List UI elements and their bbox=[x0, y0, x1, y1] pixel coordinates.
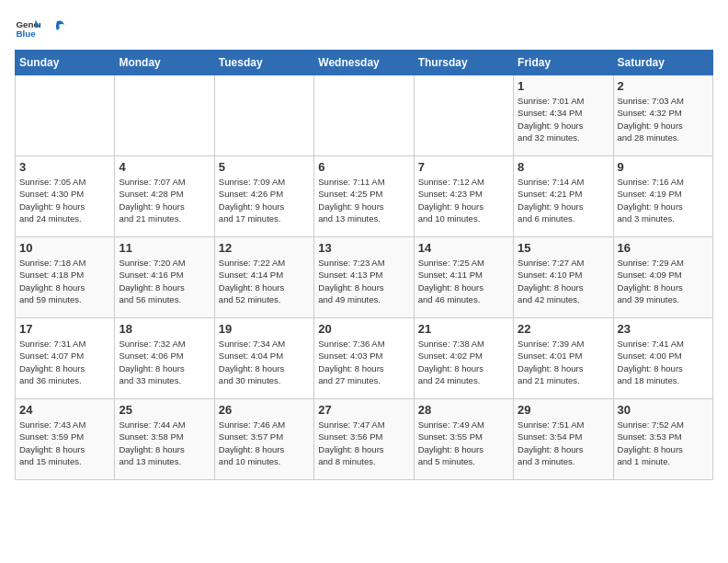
header: General Blue bbox=[15, 15, 713, 40]
col-header-tuesday: Tuesday bbox=[214, 51, 313, 75]
day-cell: 30Sunrise: 7:52 AM Sunset: 3:53 PM Dayli… bbox=[613, 399, 712, 480]
day-detail: Sunrise: 7:27 AM Sunset: 4:10 PM Dayligh… bbox=[518, 257, 609, 305]
week-row-3: 10Sunrise: 7:18 AM Sunset: 4:18 PM Dayli… bbox=[16, 237, 713, 318]
day-cell: 18Sunrise: 7:32 AM Sunset: 4:06 PM Dayli… bbox=[115, 318, 214, 399]
day-cell: 12Sunrise: 7:22 AM Sunset: 4:14 PM Dayli… bbox=[214, 237, 313, 318]
week-row-5: 24Sunrise: 7:43 AM Sunset: 3:59 PM Dayli… bbox=[16, 399, 713, 480]
day-number: 26 bbox=[219, 403, 310, 417]
day-cell bbox=[16, 75, 115, 156]
day-detail: Sunrise: 7:47 AM Sunset: 3:56 PM Dayligh… bbox=[318, 419, 409, 467]
day-cell: 23Sunrise: 7:41 AM Sunset: 4:00 PM Dayli… bbox=[613, 318, 712, 399]
day-detail: Sunrise: 7:23 AM Sunset: 4:13 PM Dayligh… bbox=[318, 257, 409, 305]
day-number: 10 bbox=[19, 241, 110, 255]
day-number: 21 bbox=[418, 322, 509, 336]
day-cell: 20Sunrise: 7:36 AM Sunset: 4:03 PM Dayli… bbox=[314, 318, 414, 399]
day-number: 4 bbox=[119, 160, 210, 174]
day-cell: 14Sunrise: 7:25 AM Sunset: 4:11 PM Dayli… bbox=[414, 237, 513, 318]
day-detail: Sunrise: 7:32 AM Sunset: 4:06 PM Dayligh… bbox=[119, 338, 210, 386]
day-detail: Sunrise: 7:01 AM Sunset: 4:34 PM Dayligh… bbox=[518, 95, 609, 144]
day-cell: 3Sunrise: 7:05 AM Sunset: 4:30 PM Daylig… bbox=[16, 156, 115, 237]
day-cell: 10Sunrise: 7:18 AM Sunset: 4:18 PM Dayli… bbox=[16, 237, 115, 318]
day-number: 9 bbox=[618, 160, 709, 174]
day-detail: Sunrise: 7:46 AM Sunset: 3:57 PM Dayligh… bbox=[219, 419, 310, 467]
day-detail: Sunrise: 7:36 AM Sunset: 4:03 PM Dayligh… bbox=[318, 338, 409, 386]
day-cell: 27Sunrise: 7:47 AM Sunset: 3:56 PM Dayli… bbox=[314, 399, 414, 480]
day-number: 24 bbox=[19, 403, 110, 417]
day-number: 30 bbox=[618, 403, 709, 417]
day-detail: Sunrise: 7:38 AM Sunset: 4:02 PM Dayligh… bbox=[418, 338, 509, 386]
week-row-4: 17Sunrise: 7:31 AM Sunset: 4:07 PM Dayli… bbox=[16, 318, 713, 399]
logo-bird-icon bbox=[46, 17, 66, 38]
col-header-sunday: Sunday bbox=[16, 51, 115, 75]
col-header-wednesday: Wednesday bbox=[314, 51, 414, 75]
day-cell bbox=[115, 75, 214, 156]
day-number: 8 bbox=[518, 160, 609, 174]
day-cell: 1Sunrise: 7:01 AM Sunset: 4:34 PM Daylig… bbox=[514, 75, 613, 156]
day-cell: 11Sunrise: 7:20 AM Sunset: 4:16 PM Dayli… bbox=[115, 237, 214, 318]
day-detail: Sunrise: 7:09 AM Sunset: 4:26 PM Dayligh… bbox=[219, 176, 310, 224]
day-cell: 2Sunrise: 7:03 AM Sunset: 4:32 PM Daylig… bbox=[613, 75, 712, 156]
day-cell: 28Sunrise: 7:49 AM Sunset: 3:55 PM Dayli… bbox=[414, 399, 513, 480]
day-detail: Sunrise: 7:43 AM Sunset: 3:59 PM Dayligh… bbox=[19, 419, 110, 467]
day-detail: Sunrise: 7:34 AM Sunset: 4:04 PM Dayligh… bbox=[219, 338, 310, 386]
week-row-2: 3Sunrise: 7:05 AM Sunset: 4:30 PM Daylig… bbox=[16, 156, 713, 237]
day-cell: 29Sunrise: 7:51 AM Sunset: 3:54 PM Dayli… bbox=[514, 399, 613, 480]
header-row: SundayMondayTuesdayWednesdayThursdayFrid… bbox=[16, 51, 713, 75]
day-detail: Sunrise: 7:29 AM Sunset: 4:09 PM Dayligh… bbox=[618, 257, 709, 305]
day-cell: 15Sunrise: 7:27 AM Sunset: 4:10 PM Dayli… bbox=[514, 237, 613, 318]
day-detail: Sunrise: 7:44 AM Sunset: 3:58 PM Dayligh… bbox=[119, 419, 210, 467]
day-number: 27 bbox=[318, 403, 409, 417]
day-number: 1 bbox=[518, 79, 609, 93]
day-detail: Sunrise: 7:11 AM Sunset: 4:25 PM Dayligh… bbox=[318, 176, 409, 224]
svg-text:Blue: Blue bbox=[16, 29, 36, 39]
day-number: 14 bbox=[418, 241, 509, 255]
day-detail: Sunrise: 7:49 AM Sunset: 3:55 PM Dayligh… bbox=[418, 419, 509, 467]
day-detail: Sunrise: 7:18 AM Sunset: 4:18 PM Dayligh… bbox=[19, 257, 110, 305]
day-cell: 7Sunrise: 7:12 AM Sunset: 4:23 PM Daylig… bbox=[414, 156, 513, 237]
day-cell: 25Sunrise: 7:44 AM Sunset: 3:58 PM Dayli… bbox=[115, 399, 214, 480]
day-cell bbox=[314, 75, 414, 156]
day-number: 20 bbox=[318, 322, 409, 336]
day-number: 22 bbox=[518, 322, 609, 336]
day-cell bbox=[214, 75, 313, 156]
day-cell bbox=[414, 75, 513, 156]
day-cell: 26Sunrise: 7:46 AM Sunset: 3:57 PM Dayli… bbox=[214, 399, 313, 480]
day-cell: 8Sunrise: 7:14 AM Sunset: 4:21 PM Daylig… bbox=[514, 156, 613, 237]
day-number: 17 bbox=[19, 322, 110, 336]
day-cell: 16Sunrise: 7:29 AM Sunset: 4:09 PM Dayli… bbox=[613, 237, 712, 318]
day-detail: Sunrise: 7:39 AM Sunset: 4:01 PM Dayligh… bbox=[518, 338, 609, 386]
day-detail: Sunrise: 7:25 AM Sunset: 4:11 PM Dayligh… bbox=[418, 257, 509, 305]
day-detail: Sunrise: 7:07 AM Sunset: 4:28 PM Dayligh… bbox=[119, 176, 210, 224]
day-detail: Sunrise: 7:20 AM Sunset: 4:16 PM Dayligh… bbox=[119, 257, 210, 305]
day-cell: 22Sunrise: 7:39 AM Sunset: 4:01 PM Dayli… bbox=[514, 318, 613, 399]
day-number: 7 bbox=[418, 160, 509, 174]
day-number: 11 bbox=[119, 241, 210, 255]
col-header-thursday: Thursday bbox=[414, 51, 513, 75]
day-number: 23 bbox=[618, 322, 709, 336]
day-cell: 13Sunrise: 7:23 AM Sunset: 4:13 PM Dayli… bbox=[314, 237, 414, 318]
day-number: 2 bbox=[618, 79, 709, 93]
day-number: 12 bbox=[219, 241, 310, 255]
day-number: 25 bbox=[119, 403, 210, 417]
day-detail: Sunrise: 7:51 AM Sunset: 3:54 PM Dayligh… bbox=[518, 419, 609, 467]
day-number: 29 bbox=[518, 403, 609, 417]
day-cell: 4Sunrise: 7:07 AM Sunset: 4:28 PM Daylig… bbox=[115, 156, 214, 237]
day-cell: 5Sunrise: 7:09 AM Sunset: 4:26 PM Daylig… bbox=[214, 156, 313, 237]
day-number: 13 bbox=[318, 241, 409, 255]
day-detail: Sunrise: 7:41 AM Sunset: 4:00 PM Dayligh… bbox=[618, 338, 709, 386]
day-number: 15 bbox=[518, 241, 609, 255]
col-header-saturday: Saturday bbox=[613, 51, 712, 75]
day-detail: Sunrise: 7:16 AM Sunset: 4:19 PM Dayligh… bbox=[618, 176, 709, 224]
day-detail: Sunrise: 7:52 AM Sunset: 3:53 PM Dayligh… bbox=[618, 419, 709, 467]
col-header-friday: Friday bbox=[514, 51, 613, 75]
day-cell: 21Sunrise: 7:38 AM Sunset: 4:02 PM Dayli… bbox=[414, 318, 513, 399]
col-header-monday: Monday bbox=[115, 51, 214, 75]
day-detail: Sunrise: 7:12 AM Sunset: 4:23 PM Dayligh… bbox=[418, 176, 509, 224]
day-number: 18 bbox=[119, 322, 210, 336]
day-cell: 17Sunrise: 7:31 AM Sunset: 4:07 PM Dayli… bbox=[16, 318, 115, 399]
day-number: 16 bbox=[618, 241, 709, 255]
day-cell: 19Sunrise: 7:34 AM Sunset: 4:04 PM Dayli… bbox=[214, 318, 313, 399]
logo-icon: General Blue bbox=[15, 15, 40, 40]
logo: General Blue bbox=[15, 15, 66, 40]
day-cell: 24Sunrise: 7:43 AM Sunset: 3:59 PM Dayli… bbox=[16, 399, 115, 480]
